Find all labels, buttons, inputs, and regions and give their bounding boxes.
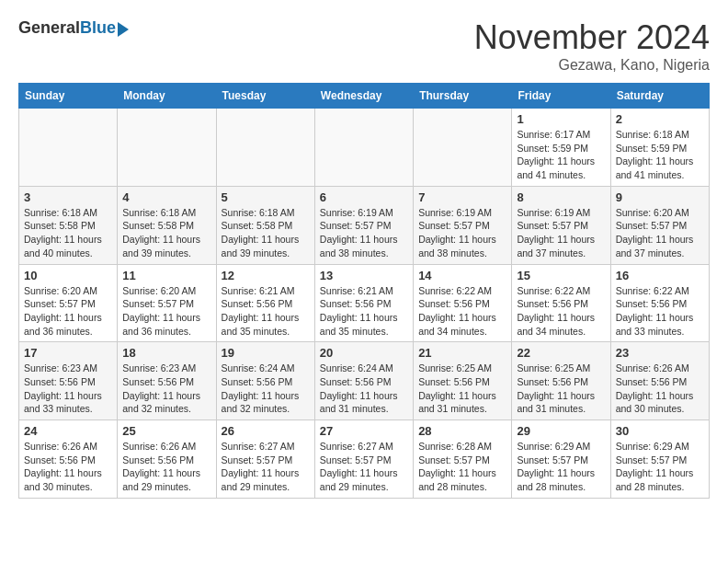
day-info: Sunrise: 6:21 AM Sunset: 5:56 PM Dayligh… (320, 284, 408, 339)
calendar-header: SundayMondayTuesdayWednesdayThursdayFrid… (19, 84, 710, 109)
weekday-header: Friday (512, 84, 610, 109)
calendar-cell: 22Sunrise: 6:25 AM Sunset: 5:56 PM Dayli… (512, 342, 610, 420)
calendar-cell: 26Sunrise: 6:27 AM Sunset: 5:57 PM Dayli… (216, 420, 314, 499)
day-number: 13 (320, 269, 408, 282)
day-number: 23 (616, 346, 704, 360)
calendar-cell: 15Sunrise: 6:22 AM Sunset: 5:56 PM Dayli… (512, 264, 610, 342)
day-number: 4 (122, 190, 210, 204)
day-info: Sunrise: 6:17 AM Sunset: 5:59 PM Dayligh… (517, 128, 605, 182)
day-info: Sunrise: 6:20 AM Sunset: 5:57 PM Dayligh… (122, 284, 210, 339)
day-info: Sunrise: 6:26 AM Sunset: 5:56 PM Dayligh… (24, 440, 112, 494)
calendar-cell: 6Sunrise: 6:19 AM Sunset: 5:57 PM Daylig… (314, 186, 413, 264)
logo-arrow-icon (118, 22, 129, 37)
day-number: 14 (418, 269, 506, 282)
day-info: Sunrise: 6:26 AM Sunset: 5:56 PM Dayligh… (122, 440, 210, 494)
day-number: 1 (517, 112, 605, 126)
calendar-cell: 29Sunrise: 6:29 AM Sunset: 5:57 PM Dayli… (512, 420, 610, 499)
day-info: Sunrise: 6:24 AM Sunset: 5:56 PM Dayligh… (320, 362, 408, 416)
day-info: Sunrise: 6:22 AM Sunset: 5:56 PM Dayligh… (517, 284, 605, 339)
day-number: 2 (616, 112, 704, 126)
day-number: 18 (122, 346, 210, 360)
calendar-week-row: 17Sunrise: 6:23 AM Sunset: 5:56 PM Dayli… (19, 342, 710, 420)
day-info: Sunrise: 6:19 AM Sunset: 5:57 PM Dayligh… (418, 206, 506, 260)
day-number: 24 (24, 424, 112, 438)
day-info: Sunrise: 6:19 AM Sunset: 5:57 PM Dayligh… (320, 206, 408, 260)
header-row: SundayMondayTuesdayWednesdayThursdayFrid… (19, 84, 710, 109)
day-number: 3 (24, 190, 112, 204)
calendar-cell (314, 109, 413, 187)
calendar-table: SundayMondayTuesdayWednesdayThursdayFrid… (18, 83, 710, 499)
day-info: Sunrise: 6:20 AM Sunset: 5:57 PM Dayligh… (616, 206, 704, 260)
calendar-cell: 30Sunrise: 6:29 AM Sunset: 5:57 PM Dayli… (610, 420, 709, 499)
page-header: General Blue November 2024 Gezawa, Kano,… (18, 18, 710, 74)
calendar-cell: 18Sunrise: 6:23 AM Sunset: 5:56 PM Dayli… (118, 342, 216, 420)
day-number: 8 (517, 190, 605, 204)
calendar-cell: 14Sunrise: 6:22 AM Sunset: 5:56 PM Dayli… (414, 264, 512, 342)
day-number: 11 (122, 269, 210, 282)
calendar-cell: 19Sunrise: 6:24 AM Sunset: 5:56 PM Dayli… (216, 342, 314, 420)
weekday-header: Thursday (414, 84, 512, 109)
calendar-body: 1Sunrise: 6:17 AM Sunset: 5:59 PM Daylig… (19, 109, 710, 499)
calendar-cell (216, 109, 314, 187)
day-number: 6 (320, 190, 408, 204)
day-number: 26 (222, 424, 310, 438)
calendar-cell: 1Sunrise: 6:17 AM Sunset: 5:59 PM Daylig… (512, 109, 610, 187)
day-info: Sunrise: 6:26 AM Sunset: 5:56 PM Dayligh… (616, 362, 704, 416)
day-info: Sunrise: 6:20 AM Sunset: 5:57 PM Dayligh… (24, 284, 112, 339)
title-section: November 2024 Gezawa, Kano, Nigeria (474, 18, 710, 74)
day-info: Sunrise: 6:29 AM Sunset: 5:57 PM Dayligh… (517, 440, 605, 494)
day-info: Sunrise: 6:18 AM Sunset: 5:58 PM Dayligh… (24, 206, 112, 260)
calendar-week-row: 24Sunrise: 6:26 AM Sunset: 5:56 PM Dayli… (19, 420, 710, 499)
calendar-cell: 16Sunrise: 6:22 AM Sunset: 5:56 PM Dayli… (610, 264, 709, 342)
day-number: 28 (418, 424, 506, 438)
calendar-cell (414, 109, 512, 187)
calendar-cell: 7Sunrise: 6:19 AM Sunset: 5:57 PM Daylig… (414, 186, 512, 264)
weekday-header: Sunday (19, 84, 118, 109)
calendar-cell: 4Sunrise: 6:18 AM Sunset: 5:58 PM Daylig… (118, 186, 216, 264)
calendar-cell: 25Sunrise: 6:26 AM Sunset: 5:56 PM Dayli… (118, 420, 216, 499)
day-info: Sunrise: 6:18 AM Sunset: 5:58 PM Dayligh… (122, 206, 210, 260)
day-info: Sunrise: 6:21 AM Sunset: 5:56 PM Dayligh… (222, 284, 310, 339)
day-number: 25 (122, 424, 210, 438)
calendar-cell (118, 109, 216, 187)
calendar-cell: 21Sunrise: 6:25 AM Sunset: 5:56 PM Dayli… (414, 342, 512, 420)
day-number: 12 (222, 269, 310, 282)
weekday-header: Monday (118, 84, 216, 109)
day-info: Sunrise: 6:25 AM Sunset: 5:56 PM Dayligh… (517, 362, 605, 416)
day-info: Sunrise: 6:19 AM Sunset: 5:57 PM Dayligh… (517, 206, 605, 260)
weekday-header: Wednesday (314, 84, 413, 109)
logo-blue-text: Blue (80, 18, 116, 38)
day-info: Sunrise: 6:22 AM Sunset: 5:56 PM Dayligh… (418, 284, 506, 339)
day-info: Sunrise: 6:28 AM Sunset: 5:57 PM Dayligh… (418, 440, 506, 494)
calendar-cell: 10Sunrise: 6:20 AM Sunset: 5:57 PM Dayli… (19, 264, 118, 342)
calendar-cell: 2Sunrise: 6:18 AM Sunset: 5:59 PM Daylig… (610, 109, 709, 187)
logo: General Blue (18, 18, 129, 38)
calendar-cell: 23Sunrise: 6:26 AM Sunset: 5:56 PM Dayli… (610, 342, 709, 420)
calendar-cell (19, 109, 118, 187)
calendar-cell: 5Sunrise: 6:18 AM Sunset: 5:58 PM Daylig… (216, 186, 314, 264)
calendar-cell: 17Sunrise: 6:23 AM Sunset: 5:56 PM Dayli… (19, 342, 118, 420)
day-info: Sunrise: 6:22 AM Sunset: 5:56 PM Dayligh… (616, 284, 704, 339)
calendar-cell: 3Sunrise: 6:18 AM Sunset: 5:58 PM Daylig… (19, 186, 118, 264)
calendar-cell: 13Sunrise: 6:21 AM Sunset: 5:56 PM Dayli… (314, 264, 413, 342)
day-info: Sunrise: 6:29 AM Sunset: 5:57 PM Dayligh… (616, 440, 704, 494)
calendar-week-row: 10Sunrise: 6:20 AM Sunset: 5:57 PM Dayli… (19, 264, 710, 342)
calendar-cell: 27Sunrise: 6:27 AM Sunset: 5:57 PM Dayli… (314, 420, 413, 499)
calendar-week-row: 1Sunrise: 6:17 AM Sunset: 5:59 PM Daylig… (19, 109, 710, 187)
calendar-cell: 28Sunrise: 6:28 AM Sunset: 5:57 PM Dayli… (414, 420, 512, 499)
day-number: 16 (616, 269, 704, 282)
weekday-header: Tuesday (216, 84, 314, 109)
weekday-header: Saturday (610, 84, 709, 109)
calendar-cell: 11Sunrise: 6:20 AM Sunset: 5:57 PM Dayli… (118, 264, 216, 342)
day-info: Sunrise: 6:18 AM Sunset: 5:58 PM Dayligh… (222, 206, 310, 260)
day-number: 10 (24, 269, 112, 282)
day-info: Sunrise: 6:27 AM Sunset: 5:57 PM Dayligh… (320, 440, 408, 494)
calendar-week-row: 3Sunrise: 6:18 AM Sunset: 5:58 PM Daylig… (19, 186, 710, 264)
day-number: 15 (517, 269, 605, 282)
day-info: Sunrise: 6:18 AM Sunset: 5:59 PM Dayligh… (616, 128, 704, 182)
month-title: November 2024 (474, 18, 710, 57)
day-info: Sunrise: 6:23 AM Sunset: 5:56 PM Dayligh… (24, 362, 112, 416)
location-text: Gezawa, Kano, Nigeria (474, 57, 710, 74)
day-number: 22 (517, 346, 605, 360)
day-number: 30 (616, 424, 704, 438)
